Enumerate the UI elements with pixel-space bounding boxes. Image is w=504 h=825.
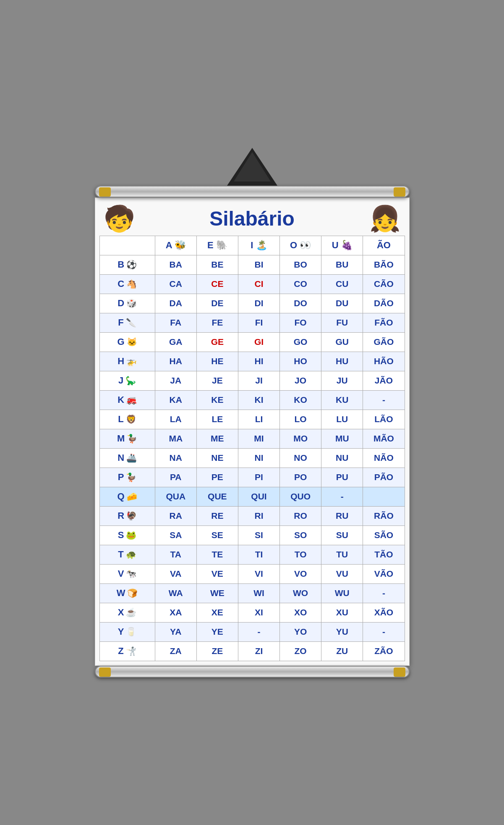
syllable-u: LU bbox=[321, 410, 363, 429]
syllable-o: GO bbox=[280, 332, 321, 352]
table-row: J 🦕JAJEJIJOJUJÃO bbox=[99, 371, 405, 390]
title-area: 🧒 Silabário 👧 bbox=[99, 202, 405, 236]
syllable-o: MO bbox=[280, 429, 321, 448]
syllable-o: JO bbox=[280, 371, 321, 390]
syllable-i: BI bbox=[238, 255, 279, 274]
table-row: G 🐱GAGEGIGOGUGÃO bbox=[99, 332, 405, 352]
table-row: Z 🤺ZAZEZIZOZUZÃO bbox=[99, 641, 405, 661]
header-u: U 🍇 bbox=[321, 236, 363, 255]
syllable-i: PI bbox=[238, 468, 279, 487]
syllable-ao: BÃO bbox=[363, 255, 405, 274]
letter-icon-cell: V 🐄 bbox=[99, 564, 155, 583]
table-row: P 🦆PAPEPIPOPUPÃO bbox=[99, 468, 405, 487]
syllable-i: FI bbox=[238, 313, 279, 332]
syllable-o: BO bbox=[280, 255, 321, 274]
header-ao: ÃO bbox=[363, 236, 405, 255]
syllable-u: YU bbox=[321, 622, 363, 641]
letter-icon-cell: M 🦆 bbox=[99, 429, 155, 448]
syllable-u: BU bbox=[321, 255, 363, 274]
table-row: D 🎲DADEDIDODUDÃO bbox=[99, 294, 405, 313]
syllable-o: DO bbox=[280, 294, 321, 313]
syllable-u: VU bbox=[321, 564, 363, 583]
table-row: L 🦁LALELILOLULÃO bbox=[99, 410, 405, 429]
syllable-ao: - bbox=[363, 622, 405, 641]
syllable-u: MU bbox=[321, 429, 363, 448]
letter-icon-cell: Z 🤺 bbox=[99, 641, 155, 661]
letter-icon-cell: J 🦕 bbox=[99, 371, 155, 390]
syllable-a: HA bbox=[155, 352, 196, 371]
syllable-u: DU bbox=[321, 294, 363, 313]
table-row: B ⚽BABEBIBOBUBÃO bbox=[99, 255, 405, 274]
silabario-table: A 🐝 E 🐘 I 🏝️ O 👀 U 🍇 ÃO B ⚽BABEBIBOBUBÃO… bbox=[99, 236, 405, 661]
syllable-a: VA bbox=[155, 564, 196, 583]
syllable-o: SO bbox=[280, 525, 321, 545]
letter-icon-cell: G 🐱 bbox=[99, 332, 155, 352]
syllable-i: WI bbox=[238, 583, 279, 603]
syllable-o: HO bbox=[280, 352, 321, 371]
syllable-e: KE bbox=[196, 390, 238, 410]
syllable-e: GE bbox=[196, 332, 238, 352]
table-row: K 🚒KAKEKIKOKU- bbox=[99, 390, 405, 410]
syllable-u: JU bbox=[321, 371, 363, 390]
table-row: T 🐢TATETITOTUTÃO bbox=[99, 545, 405, 564]
syllable-i: CI bbox=[238, 274, 279, 294]
letter-icon-cell: Q 🧀 bbox=[99, 487, 155, 506]
table-row: N 🚢NANENINONUNÃO bbox=[99, 448, 405, 468]
syllable-ao: NÃO bbox=[363, 448, 405, 468]
syllable-ao: - bbox=[363, 390, 405, 410]
syllable-a: GA bbox=[155, 332, 196, 352]
syllable-a: CA bbox=[155, 274, 196, 294]
syllable-a: FA bbox=[155, 313, 196, 332]
syllable-e: RE bbox=[196, 506, 238, 525]
syllable-ao: VÃO bbox=[363, 564, 405, 583]
table-row: Q 🧀QUAQUEQUIQUO- bbox=[99, 487, 405, 506]
syllable-e: BE bbox=[196, 255, 238, 274]
syllable-u: SU bbox=[321, 525, 363, 545]
syllable-u: KU bbox=[321, 390, 363, 410]
letter-icon-cell: B ⚽ bbox=[99, 255, 155, 274]
letter-icon-cell: T 🐢 bbox=[99, 545, 155, 564]
syllable-u: CU bbox=[321, 274, 363, 294]
syllable-a: DA bbox=[155, 294, 196, 313]
syllable-u: HU bbox=[321, 352, 363, 371]
syllable-o: PO bbox=[280, 468, 321, 487]
syllable-o: QUO bbox=[280, 487, 321, 506]
syllable-a: QUA bbox=[155, 487, 196, 506]
syllable-i: DI bbox=[238, 294, 279, 313]
syllable-ao: RÃO bbox=[363, 506, 405, 525]
syllable-o: VO bbox=[280, 564, 321, 583]
syllable-o: RO bbox=[280, 506, 321, 525]
syllable-e: QUE bbox=[196, 487, 238, 506]
table-row: W 🍞WAWEWIWOWU- bbox=[99, 583, 405, 603]
syllable-e: WE bbox=[196, 583, 238, 603]
syllable-ao: SÃO bbox=[363, 525, 405, 545]
syllable-o: KO bbox=[280, 390, 321, 410]
syllable-o: YO bbox=[280, 622, 321, 641]
syllable-e: DE bbox=[196, 294, 238, 313]
syllable-i: GI bbox=[238, 332, 279, 352]
syllable-u: RU bbox=[321, 506, 363, 525]
table-row: H 🚁HAHEHIHOHUHÃO bbox=[99, 352, 405, 371]
letter-icon-cell: N 🚢 bbox=[99, 448, 155, 468]
table-row: X ☕XAXEXIXOXUXÃO bbox=[99, 603, 405, 622]
syllable-ao: JÃO bbox=[363, 371, 405, 390]
letter-icon-cell: K 🚒 bbox=[99, 390, 155, 410]
syllable-o: FO bbox=[280, 313, 321, 332]
syllable-u: NU bbox=[321, 448, 363, 468]
syllable-u: WU bbox=[321, 583, 363, 603]
syllable-o: ZO bbox=[280, 641, 321, 661]
syllable-a: KA bbox=[155, 390, 196, 410]
syllable-ao: LÃO bbox=[363, 410, 405, 429]
syllable-e: TE bbox=[196, 545, 238, 564]
syllable-a: ZA bbox=[155, 641, 196, 661]
letter-icon-cell: C 🐴 bbox=[99, 274, 155, 294]
syllable-a: XA bbox=[155, 603, 196, 622]
syllable-i: KI bbox=[238, 390, 279, 410]
syllable-a: BA bbox=[155, 255, 196, 274]
banner: 🧒 Silabário 👧 A 🐝 E 🐘 I 🏝️ O 👀 U 🍇 ÃO B … bbox=[95, 197, 410, 666]
syllable-ao bbox=[363, 487, 405, 506]
syllable-u: XU bbox=[321, 603, 363, 622]
table-row: R 🦃RARERIRORURÃO bbox=[99, 506, 405, 525]
letter-icon-cell: F 🔪 bbox=[99, 313, 155, 332]
syllable-e: ZE bbox=[196, 641, 238, 661]
